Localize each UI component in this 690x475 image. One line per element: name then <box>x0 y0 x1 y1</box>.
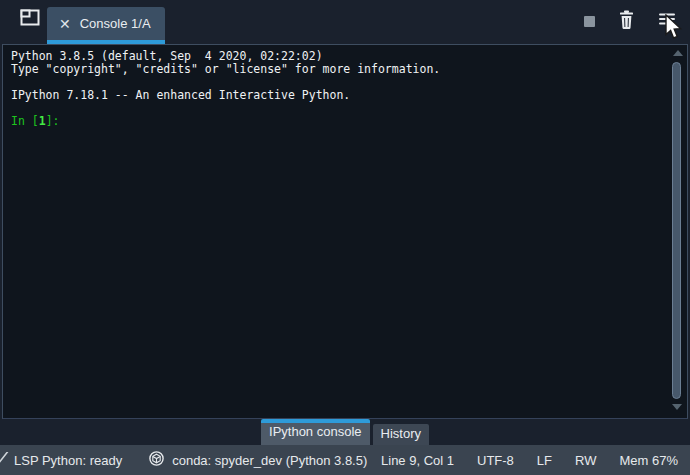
status-bar: LSP Python: ready conda: spyder_dev (Pyt… <box>0 445 690 475</box>
remove-variables-button[interactable] <box>618 10 635 33</box>
encoding-status[interactable]: UTF-8 <box>477 453 514 468</box>
trash-icon <box>618 10 635 33</box>
spyder-console-pane: ✕ Console 1/A <box>0 0 690 475</box>
close-icon[interactable]: ✕ <box>59 17 71 31</box>
tab-label: Console 1/A <box>80 16 151 31</box>
status-right-group: Line 9, Col 1 UTF-8 LF RW Mem 67% <box>381 453 678 468</box>
scroll-up-arrow-icon[interactable] <box>673 50 683 56</box>
cursor-position-status[interactable]: Line 9, Col 1 <box>381 453 454 468</box>
prompt-suffix: ]: <box>46 114 60 128</box>
conda-env-label: conda: spyder_dev (Python 3.8.5) <box>172 453 367 468</box>
console-actions <box>584 10 676 33</box>
scroll-down-arrow-icon[interactable] <box>672 404 682 410</box>
ipython-console-output[interactable]: Python 3.8.5 (default, Sep 4 2020, 02:22… <box>2 44 688 419</box>
interpreter-status[interactable]: conda: spyder_dev (Python 3.8.5) <box>149 451 367 469</box>
options-menu-button[interactable] <box>658 12 676 32</box>
prompt-prefix: In [ <box>11 114 39 128</box>
clipped-check-icon <box>0 452 9 469</box>
banner-line <box>11 102 663 115</box>
stop-square-icon <box>584 16 595 27</box>
permissions-status[interactable]: RW <box>575 453 596 468</box>
eol-status[interactable]: LF <box>537 453 552 468</box>
scrollbar-thumb[interactable] <box>672 62 681 399</box>
stop-button[interactable] <box>584 16 595 27</box>
tab-ipython-console[interactable]: IPython console <box>261 419 370 445</box>
console-scrollbar[interactable] <box>671 47 684 416</box>
pane-switcher-tabbar: IPython console History <box>0 419 690 445</box>
tab-console-1a[interactable]: ✕ Console 1/A <box>47 7 165 44</box>
memory-status[interactable]: Mem 67% <box>619 453 678 468</box>
tab-history[interactable]: History <box>373 424 429 445</box>
input-prompt[interactable]: In [1]: <box>11 115 663 128</box>
hamburger-menu-icon <box>658 12 676 32</box>
conda-package-icon <box>149 451 164 469</box>
banner-line: IPython 7.18.1 -- An enhanced Interactiv… <box>11 89 663 102</box>
banner-line: Type "copyright", "credits" or "license"… <box>11 63 663 76</box>
browse-tabs-icon <box>20 9 40 30</box>
browse-tabs-button[interactable] <box>19 9 41 29</box>
console-tab-bar: ✕ Console 1/A <box>0 0 690 44</box>
lsp-status[interactable]: LSP Python: ready <box>14 453 122 468</box>
prompt-number: 1 <box>39 114 46 128</box>
